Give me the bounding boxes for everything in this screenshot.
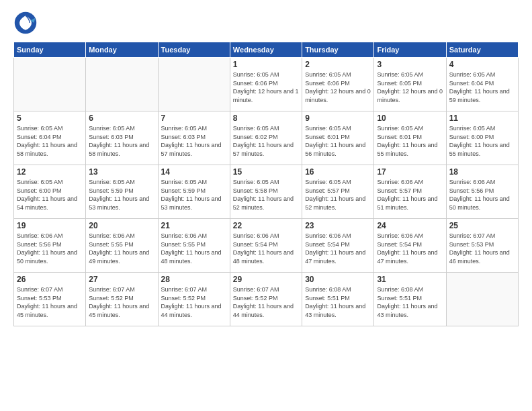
day-number: 23 [305,221,371,230]
table-row: 13 Sunrise: 6:05 AMSunset: 5:59 PMDaylig… [86,165,158,219]
day-number: 26 [17,275,83,284]
day-detail: Sunrise: 6:06 AMSunset: 5:56 PMDaylight:… [17,232,83,265]
col-saturday: Saturday [446,42,518,58]
table-row [446,273,518,326]
table-row: 17 Sunrise: 6:06 AMSunset: 5:57 PMDaylig… [374,165,446,219]
table-row: 14 Sunrise: 6:05 AMSunset: 5:59 PMDaylig… [158,165,230,219]
table-row: 4 Sunrise: 6:05 AMSunset: 6:04 PMDayligh… [446,58,518,111]
day-number: 24 [377,221,443,230]
table-row: 5 Sunrise: 6:05 AMSunset: 6:04 PMDayligh… [14,111,86,165]
day-detail: Sunrise: 6:05 AMSunset: 6:03 PMDaylight:… [89,124,154,158]
table-row: 12 Sunrise: 6:05 AMSunset: 6:00 PMDaylig… [14,165,86,219]
day-number: 13 [89,167,154,177]
calendar-week-row: 1 Sunrise: 6:05 AMSunset: 6:06 PMDayligh… [14,58,519,111]
table-row [86,58,158,111]
day-detail: Sunrise: 6:05 AMSunset: 6:03 PMDaylight:… [161,124,227,158]
day-detail: Sunrise: 6:05 AMSunset: 6:04 PMDaylight:… [17,124,83,158]
logo [13,11,42,35]
table-row: 29 Sunrise: 6:07 AMSunset: 5:52 PMDaylig… [230,273,302,326]
table-row: 25 Sunrise: 6:07 AMSunset: 5:53 PMDaylig… [446,219,518,273]
day-number: 1 [233,60,299,69]
table-row: 10 Sunrise: 6:05 AMSunset: 6:01 PMDaylig… [374,111,446,165]
table-row: 19 Sunrise: 6:06 AMSunset: 5:56 PMDaylig… [14,219,86,273]
col-wednesday: Wednesday [230,42,302,58]
col-monday: Monday [86,42,158,58]
table-row: 11 Sunrise: 6:05 AMSunset: 6:00 PMDaylig… [446,111,518,165]
table-row: 18 Sunrise: 6:06 AMSunset: 5:56 PMDaylig… [446,165,518,219]
day-detail: Sunrise: 6:07 AMSunset: 5:52 PMDaylight:… [233,285,299,319]
col-thursday: Thursday [302,42,374,58]
day-detail: Sunrise: 6:05 AMSunset: 5:58 PMDaylight:… [233,178,299,212]
day-number: 27 [89,275,154,284]
day-detail: Sunrise: 6:06 AMSunset: 5:54 PMDaylight:… [305,232,371,265]
day-detail: Sunrise: 6:05 AMSunset: 5:57 PMDaylight:… [305,178,371,212]
table-row: 27 Sunrise: 6:07 AMSunset: 5:52 PMDaylig… [86,273,158,326]
table-row: 26 Sunrise: 6:07 AMSunset: 5:53 PMDaylig… [14,273,86,326]
day-number: 3 [377,60,443,69]
day-detail: Sunrise: 6:07 AMSunset: 5:52 PMDaylight:… [89,285,154,319]
day-detail: Sunrise: 6:05 AMSunset: 5:59 PMDaylight:… [161,178,227,212]
day-number: 17 [377,167,443,177]
table-row: 6 Sunrise: 6:05 AMSunset: 6:03 PMDayligh… [86,111,158,165]
day-number: 14 [161,167,227,177]
table-row: 1 Sunrise: 6:05 AMSunset: 6:06 PMDayligh… [230,58,302,111]
day-detail: Sunrise: 6:05 AMSunset: 6:02 PMDaylight:… [233,124,299,158]
calendar-week-row: 19 Sunrise: 6:06 AMSunset: 5:56 PMDaylig… [14,219,519,273]
table-row: 3 Sunrise: 6:05 AMSunset: 6:05 PMDayligh… [374,58,446,111]
table-row: 23 Sunrise: 6:06 AMSunset: 5:54 PMDaylig… [302,219,374,273]
day-detail: Sunrise: 6:07 AMSunset: 5:53 PMDaylight:… [17,285,83,319]
day-number: 6 [89,113,154,123]
table-row: 2 Sunrise: 6:05 AMSunset: 6:06 PMDayligh… [302,58,374,111]
table-row: 28 Sunrise: 6:07 AMSunset: 5:52 PMDaylig… [158,273,230,326]
day-number: 29 [233,275,299,284]
day-number: 21 [161,221,227,230]
calendar-week-row: 26 Sunrise: 6:07 AMSunset: 5:53 PMDaylig… [14,273,519,326]
day-detail: Sunrise: 6:05 AMSunset: 6:05 PMDaylight:… [377,71,443,104]
day-number: 12 [17,167,83,177]
day-detail: Sunrise: 6:08 AMSunset: 5:51 PMDaylight:… [377,285,443,319]
day-number: 18 [449,167,515,177]
day-detail: Sunrise: 6:05 AMSunset: 6:06 PMDaylight:… [305,71,371,104]
logo-icon [13,11,38,35]
day-detail: Sunrise: 6:07 AMSunset: 5:52 PMDaylight:… [161,285,227,319]
table-row: 21 Sunrise: 6:06 AMSunset: 5:55 PMDaylig… [158,219,230,273]
day-detail: Sunrise: 6:06 AMSunset: 5:56 PMDaylight:… [449,178,515,212]
table-row: 20 Sunrise: 6:06 AMSunset: 5:55 PMDaylig… [86,219,158,273]
day-number: 19 [17,221,83,230]
day-number: 8 [233,113,299,123]
day-number: 2 [305,60,371,69]
table-row [14,58,86,111]
day-number: 4 [449,60,515,69]
day-number: 30 [305,275,371,284]
table-row: 15 Sunrise: 6:05 AMSunset: 5:58 PMDaylig… [230,165,302,219]
day-detail: Sunrise: 6:05 AMSunset: 6:04 PMDaylight:… [449,71,515,104]
day-number: 31 [377,275,443,284]
calendar-header-row: Sunday Monday Tuesday Wednesday Thursday… [14,42,519,58]
day-detail: Sunrise: 6:05 AMSunset: 6:00 PMDaylight:… [17,178,83,212]
day-number: 16 [305,167,371,177]
header [13,11,519,35]
table-row: 7 Sunrise: 6:05 AMSunset: 6:03 PMDayligh… [158,111,230,165]
col-friday: Friday [374,42,446,58]
day-detail: Sunrise: 6:08 AMSunset: 5:51 PMDaylight:… [305,285,371,319]
day-detail: Sunrise: 6:06 AMSunset: 5:55 PMDaylight:… [161,232,227,265]
day-detail: Sunrise: 6:07 AMSunset: 5:53 PMDaylight:… [449,232,515,265]
table-row: 16 Sunrise: 6:05 AMSunset: 5:57 PMDaylig… [302,165,374,219]
table-row: 22 Sunrise: 6:06 AMSunset: 5:54 PMDaylig… [230,219,302,273]
table-row: 24 Sunrise: 6:06 AMSunset: 5:54 PMDaylig… [374,219,446,273]
day-number: 5 [17,113,83,123]
day-detail: Sunrise: 6:06 AMSunset: 5:54 PMDaylight:… [377,232,443,265]
table-row: 31 Sunrise: 6:08 AMSunset: 5:51 PMDaylig… [374,273,446,326]
table-row: 8 Sunrise: 6:05 AMSunset: 6:02 PMDayligh… [230,111,302,165]
day-detail: Sunrise: 6:06 AMSunset: 5:55 PMDaylight:… [89,232,154,265]
table-row: 9 Sunrise: 6:05 AMSunset: 6:01 PMDayligh… [302,111,374,165]
day-number: 22 [233,221,299,230]
table-row [158,58,230,111]
table-row: 30 Sunrise: 6:08 AMSunset: 5:51 PMDaylig… [302,273,374,326]
day-detail: Sunrise: 6:05 AMSunset: 6:01 PMDaylight:… [305,124,371,158]
day-number: 15 [233,167,299,177]
day-number: 28 [161,275,227,284]
day-detail: Sunrise: 6:05 AMSunset: 6:01 PMDaylight:… [377,124,443,158]
day-number: 20 [89,221,154,230]
day-number: 10 [377,113,443,123]
